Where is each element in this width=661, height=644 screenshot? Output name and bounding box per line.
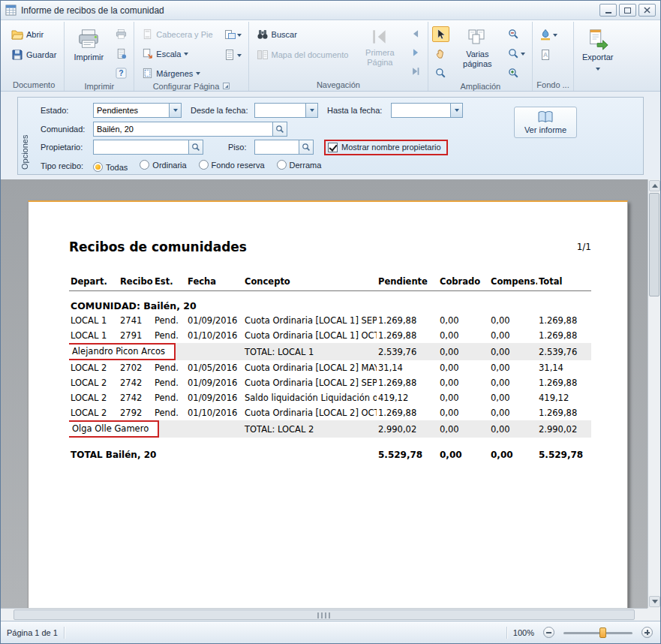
orientation-button[interactable] — [221, 26, 245, 43]
comunidad-input[interactable]: Bailén, 20 — [93, 122, 273, 137]
escala-label: Escala — [156, 50, 181, 59]
chevron-down-icon[interactable] — [169, 104, 181, 117]
quick-print-icon — [116, 29, 127, 40]
horizontal-scrollbar[interactable] — [1, 608, 647, 621]
scroll-up-button[interactable] — [649, 180, 660, 191]
cell-est: Pend. — [153, 405, 186, 420]
cell-pendiente: 1.269,88 — [377, 328, 438, 343]
cell-cobrado: 0,00 — [438, 420, 489, 438]
column-header: Pendiente — [377, 272, 438, 290]
hasta-fecha-label: Hasta la fecha: — [327, 106, 391, 115]
paper-size-button[interactable] — [221, 47, 245, 63]
zoom-in-button[interactable] — [505, 65, 528, 81]
cabecera-pie-button[interactable]: Cabecera y Pie — [138, 26, 216, 42]
zoom-in-button-status[interactable] — [641, 627, 653, 638]
comunidad-search-button[interactable] — [273, 122, 287, 137]
group-label-configurar: Configurar Página — [138, 81, 244, 91]
help-button[interactable]: ? — [113, 65, 130, 81]
marca-agua-button[interactable]: A — [536, 47, 560, 63]
chevron-down-icon — [237, 54, 242, 59]
exportar-button[interactable]: Exportar — [578, 24, 618, 75]
table-row: LOCAL 22742Pend.01/09/2016Saldo liquidac… — [69, 390, 591, 405]
zoom-button[interactable] — [505, 46, 528, 62]
zoom-slider[interactable] — [563, 627, 632, 639]
desde-fecha-select[interactable] — [254, 103, 318, 118]
column-header: Fecha — [186, 272, 243, 290]
vertical-scroll-thumb[interactable] — [649, 193, 659, 296]
mostrar-propietario-checkbox[interactable] — [328, 143, 338, 152]
cell-concepto: Cuota Ordinaria [LOCAL 1] SEPTI — [243, 313, 377, 328]
chevron-down-icon[interactable] — [450, 104, 462, 117]
cell-est: Pend. — [153, 390, 186, 405]
print-options-button[interactable] — [113, 46, 130, 62]
options-row-tipo: Tipo recibo: TodasOrdinariaFondo reserva… — [41, 158, 643, 174]
estado-value: Pendientes — [94, 106, 169, 115]
minimize-button[interactable] — [599, 4, 617, 17]
cell-fecha: 01/09/2016 — [186, 313, 243, 328]
maximize-icon — [624, 8, 631, 14]
folder-open-icon — [11, 29, 23, 41]
column-header: Concepto — [243, 272, 377, 290]
pointer-icon — [435, 29, 446, 40]
radio-ordinaria[interactable]: Ordinaria — [140, 160, 186, 170]
radio-todas[interactable]: Todas — [93, 162, 128, 172]
print-options-icon — [116, 48, 127, 59]
buscar-button[interactable]: Buscar — [253, 26, 353, 43]
minimize-icon — [605, 12, 611, 14]
page-status-text: Página 1 de 1 — [7, 628, 58, 637]
piso-search-button[interactable] — [299, 140, 314, 155]
varias-paginas-button[interactable]: Varias páginas — [453, 24, 501, 71]
next-page-button[interactable] — [407, 45, 424, 60]
vertical-scrollbar[interactable] — [647, 179, 660, 608]
cell-total: 1.269,88 — [537, 405, 591, 420]
propietario-input[interactable] — [93, 140, 189, 155]
chevron-down-icon[interactable] — [305, 104, 317, 117]
hasta-fecha-select[interactable] — [391, 103, 463, 118]
maximize-button[interactable] — [619, 4, 636, 17]
zoom-out-button-status[interactable] — [543, 627, 554, 638]
grand-total-label: TOTAL Bailén, 20 — [69, 438, 377, 463]
cell-est: Pend. — [153, 360, 186, 375]
abrir-button[interactable]: Abrir — [8, 26, 60, 43]
zoom-percentage: 100% — [513, 628, 534, 637]
piso-input[interactable] — [254, 140, 299, 155]
guardar-button[interactable]: Guardar — [8, 47, 60, 63]
primera-pagina-button[interactable]: Primera Página — [356, 24, 404, 69]
pointer-tool-button[interactable] — [432, 26, 449, 42]
quick-print-button[interactable] — [113, 26, 130, 42]
propietario-search-button[interactable] — [189, 140, 203, 155]
radio-fondo-reserva[interactable]: Fondo reserva — [199, 160, 265, 170]
zoom-in-icon — [508, 68, 519, 79]
horizontal-scroll-thumb[interactable] — [14, 609, 635, 620]
cell-pendiente: 1.269,88 — [377, 313, 438, 328]
zoom-out-button[interactable] — [505, 26, 528, 42]
margins-icon — [142, 68, 153, 79]
hand-tool-button[interactable] — [432, 46, 449, 62]
column-header: Compens. — [489, 272, 537, 290]
cell-cobrado: 0,00 — [438, 405, 489, 420]
mapa-documento-button[interactable]: Mapa del documento — [253, 47, 353, 63]
radio-derrama[interactable]: Derrama — [277, 160, 322, 170]
dialog-launcher-icon[interactable] — [223, 83, 230, 89]
group-label-documento: Documento — [8, 78, 60, 91]
estado-label: Estado: — [41, 106, 93, 115]
cell-pendiente: 2.990,02 — [377, 420, 438, 438]
close-button[interactable] — [638, 4, 656, 17]
document-preview: Recibos de comunidades 1/1 Depart.Recibo… — [1, 179, 660, 621]
app-window: Informe de recibos de la comunidad Abrir — [0, 0, 661, 644]
estado-select[interactable]: Pendientes — [93, 103, 182, 118]
cell-depart: LOCAL 2 — [69, 390, 119, 405]
escala-button[interactable]: Escala — [138, 46, 216, 62]
ribbon-group-configurar: Cabecera y Pie Escala — [134, 22, 248, 91]
imprimir-button[interactable]: Imprimir — [68, 24, 109, 65]
ver-informe-button[interactable]: Ver informe — [514, 107, 577, 138]
previous-page-button[interactable] — [407, 26, 424, 41]
magnifier-tool-button[interactable] — [432, 65, 449, 81]
cell-compens: 0,00 — [489, 420, 537, 438]
printer-icon — [77, 28, 100, 50]
zoom-slider-thumb[interactable] — [599, 627, 606, 638]
color-fondo-button[interactable] — [536, 26, 560, 43]
scroll-down-button[interactable] — [649, 596, 660, 607]
last-page-button[interactable] — [407, 64, 424, 79]
margenes-button[interactable]: Márgenes — [138, 65, 216, 81]
